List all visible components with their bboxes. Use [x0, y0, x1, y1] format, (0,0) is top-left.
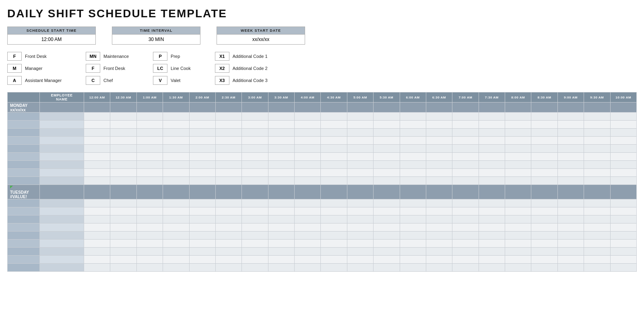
schedule-cell[interactable] [268, 169, 294, 177]
schedule-cell[interactable] [584, 169, 610, 177]
schedule-cell[interactable] [505, 169, 531, 177]
schedule-cell[interactable] [215, 177, 242, 185]
schedule-cell[interactable] [242, 232, 268, 240]
schedule-cell[interactable] [505, 145, 531, 153]
schedule-cell[interactable] [531, 177, 557, 185]
schedule-cell[interactable] [110, 113, 136, 121]
schedule-cell[interactable] [426, 177, 452, 185]
schedule-cell[interactable] [610, 207, 637, 215]
schedule-cell[interactable] [452, 248, 479, 256]
schedule-cell[interactable] [610, 153, 637, 161]
schedule-cell[interactable] [110, 153, 136, 161]
schedule-cell[interactable] [531, 240, 557, 248]
schedule-cell[interactable] [242, 121, 268, 129]
schedule-cell[interactable] [610, 137, 637, 145]
schedule-cell[interactable] [136, 113, 163, 121]
schedule-cell[interactable] [163, 207, 189, 215]
schedule-cell[interactable] [242, 248, 268, 256]
schedule-cell[interactable] [163, 161, 189, 169]
schedule-cell[interactable] [557, 248, 584, 256]
schedule-cell[interactable] [136, 223, 163, 232]
schedule-cell[interactable] [426, 248, 452, 256]
schedule-cell[interactable] [374, 248, 400, 256]
schedule-cell[interactable] [610, 129, 637, 137]
schedule-cell[interactable] [347, 264, 373, 272]
schedule-cell[interactable] [452, 121, 479, 129]
schedule-cell[interactable] [215, 264, 242, 272]
schedule-cell[interactable] [505, 207, 531, 215]
schedule-cell[interactable] [215, 137, 242, 145]
schedule-cell[interactable] [136, 248, 163, 256]
schedule-cell[interactable] [268, 199, 294, 207]
schedule-cell[interactable] [479, 177, 505, 185]
schedule-cell[interactable] [426, 232, 452, 240]
schedule-cell[interactable] [479, 207, 505, 215]
schedule-cell[interactable] [374, 232, 400, 240]
schedule-cell[interactable] [242, 177, 268, 185]
schedule-cell[interactable] [163, 223, 189, 232]
schedule-cell[interactable] [347, 153, 373, 161]
schedule-cell[interactable] [505, 264, 531, 272]
employee-name-cell[interactable] [40, 169, 84, 177]
schedule-cell[interactable] [215, 207, 242, 215]
schedule-cell[interactable] [452, 153, 479, 161]
schedule-cell[interactable] [268, 153, 294, 161]
schedule-cell[interactable] [374, 240, 400, 248]
schedule-cell[interactable] [215, 240, 242, 248]
schedule-cell[interactable] [136, 145, 163, 153]
schedule-cell[interactable] [505, 232, 531, 240]
employee-name-cell[interactable] [40, 207, 84, 215]
schedule-cell[interactable] [189, 121, 215, 129]
schedule-cell[interactable] [452, 240, 479, 248]
schedule-cell[interactable] [400, 145, 426, 153]
schedule-cell[interactable] [242, 215, 268, 223]
schedule-cell[interactable] [557, 199, 584, 207]
schedule-cell[interactable] [505, 177, 531, 185]
schedule-cell[interactable] [557, 169, 584, 177]
schedule-cell[interactable] [374, 256, 400, 264]
schedule-cell[interactable] [163, 215, 189, 223]
schedule-cell[interactable] [84, 113, 110, 121]
schedule-cell[interactable] [268, 137, 294, 145]
schedule-cell[interactable] [426, 137, 452, 145]
schedule-cell[interactable] [584, 256, 610, 264]
schedule-cell[interactable] [136, 264, 163, 272]
schedule-cell[interactable] [531, 264, 557, 272]
schedule-cell[interactable] [242, 199, 268, 207]
schedule-cell[interactable] [242, 169, 268, 177]
schedule-cell[interactable] [189, 129, 215, 137]
schedule-cell[interactable] [189, 177, 215, 185]
schedule-cell[interactable] [347, 207, 373, 215]
schedule-cell[interactable] [295, 248, 321, 256]
schedule-cell[interactable] [189, 199, 215, 207]
schedule-cell[interactable] [531, 113, 557, 121]
schedule-cell[interactable] [84, 121, 110, 129]
schedule-cell[interactable] [374, 207, 400, 215]
schedule-cell[interactable] [531, 169, 557, 177]
schedule-cell[interactable] [110, 264, 136, 272]
schedule-cell[interactable] [295, 145, 321, 153]
schedule-cell[interactable] [189, 169, 215, 177]
employee-name-cell[interactable] [40, 145, 84, 153]
schedule-cell[interactable] [215, 199, 242, 207]
schedule-cell[interactable] [136, 161, 163, 169]
schedule-cell[interactable] [215, 113, 242, 121]
schedule-cell[interactable] [531, 248, 557, 256]
schedule-cell[interactable] [505, 223, 531, 232]
schedule-cell[interactable] [557, 113, 584, 121]
schedule-cell[interactable] [400, 169, 426, 177]
schedule-cell[interactable] [215, 129, 242, 137]
schedule-cell[interactable] [321, 256, 347, 264]
schedule-cell[interactable] [84, 264, 110, 272]
schedule-cell[interactable] [479, 215, 505, 223]
schedule-cell[interactable] [110, 177, 136, 185]
schedule-cell[interactable] [163, 264, 189, 272]
schedule-cell[interactable] [136, 232, 163, 240]
schedule-cell[interactable] [426, 121, 452, 129]
schedule-cell[interactable] [557, 145, 584, 153]
schedule-cell[interactable] [531, 207, 557, 215]
schedule-cell[interactable] [295, 113, 321, 121]
schedule-cell[interactable] [163, 232, 189, 240]
schedule-cell[interactable] [242, 137, 268, 145]
schedule-cell[interactable] [84, 248, 110, 256]
